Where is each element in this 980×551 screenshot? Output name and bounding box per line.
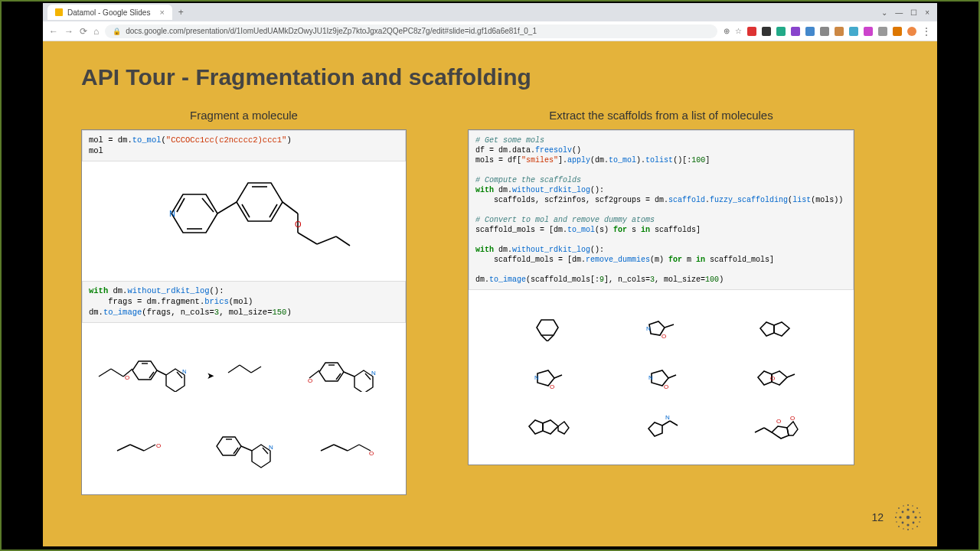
scaffold-8: N — [606, 403, 717, 449]
svg-text:O: O — [790, 415, 795, 422]
left-panel: mol = dm.to_mol("CCCOCc1cc(c2ncccc2)ccc1… — [81, 129, 407, 495]
browser-tab[interactable]: Datamol - Google Slides × — [47, 5, 172, 20]
svg-line-33 — [336, 373, 341, 380]
svg-point-93 — [913, 511, 915, 514]
ext-icon-7[interactable] — [835, 27, 844, 36]
svg-text:N: N — [169, 209, 175, 218]
ext-icon-1[interactable] — [747, 27, 756, 36]
extension-icons: ⊕ ☆ ⋮ — [724, 26, 931, 37]
ext-icon-10[interactable] — [878, 27, 887, 36]
slide-title: API Tour - Fragmentation and scaffolding — [81, 64, 899, 90]
svg-point-101 — [916, 507, 918, 509]
svg-point-94 — [902, 522, 904, 524]
svg-marker-77 — [648, 422, 662, 436]
svg-text:O: O — [156, 442, 161, 449]
tab-bar: Datamol - Google Slides × + ⌄ — ☐ × — [43, 3, 937, 21]
ext-icon-5[interactable] — [805, 27, 815, 36]
svg-marker-11 — [172, 194, 217, 233]
svg-point-111 — [919, 521, 920, 523]
svg-line-16 — [99, 369, 111, 377]
scaffold-7 — [492, 403, 603, 449]
ext-icon-9[interactable] — [864, 27, 873, 36]
maximize-icon[interactable]: ☐ — [910, 8, 917, 17]
datamol-logo — [893, 502, 923, 533]
fragment-1: ON — [90, 331, 191, 407]
home-button[interactable]: ⌂ — [93, 26, 99, 37]
right-column: Extract the scaffolds from a list of mol… — [468, 109, 854, 495]
svg-point-87 — [906, 516, 910, 519]
svg-line-6 — [298, 233, 317, 244]
search-icon[interactable]: ⊕ — [724, 27, 730, 35]
fragment-grid: ON ON O N — [82, 323, 406, 494]
svg-point-98 — [895, 517, 897, 518]
ext-icon-2[interactable] — [762, 27, 771, 36]
svg-marker-47 — [252, 445, 270, 468]
svg-line-34 — [344, 372, 354, 377]
svg-line-7 — [317, 236, 336, 244]
svg-line-39 — [117, 445, 130, 451]
close-icon[interactable]: × — [159, 8, 164, 17]
svg-text:O: O — [295, 220, 302, 229]
ext-icon-6[interactable] — [820, 27, 829, 36]
svg-line-8 — [336, 236, 350, 246]
svg-line-41 — [144, 445, 155, 451]
page-number: 12 — [871, 511, 884, 523]
svg-marker-84 — [787, 422, 798, 435]
svg-point-109 — [896, 521, 897, 523]
new-tab-button[interactable]: + — [178, 7, 184, 18]
svg-marker-76 — [558, 422, 569, 434]
star-icon[interactable]: ☆ — [735, 27, 742, 35]
reload-button[interactable]: ⟳ — [80, 26, 87, 37]
svg-text:O: O — [662, 333, 666, 340]
svg-point-105 — [912, 505, 913, 507]
minimize-icon[interactable]: — — [895, 8, 903, 17]
ext-icon-8[interactable] — [849, 27, 858, 36]
browser-window: Datamol - Google Slides × + ⌄ — ☐ × ← → … — [43, 3, 937, 546]
code-block-1: mol = dm.to_mol("CCCOCc1cc(c2ncccc2)ccc1… — [82, 130, 406, 161]
right-heading: Extract the scaffolds from a list of mol… — [468, 109, 854, 122]
svg-line-2 — [270, 204, 277, 217]
fragment-2 — [194, 331, 295, 407]
svg-text:N: N — [182, 368, 186, 375]
close-window-icon[interactable]: × — [925, 8, 929, 17]
svg-line-46 — [241, 446, 252, 451]
svg-text:O: O — [369, 450, 374, 457]
svg-point-110 — [919, 512, 920, 514]
forward-button[interactable]: → — [64, 26, 74, 37]
lock-icon: 🔒 — [113, 28, 121, 35]
url-input[interactable]: 🔒 docs.google.com/presentation/d/1IomUed… — [105, 24, 717, 38]
svg-point-97 — [907, 529, 909, 530]
ext-icon-12[interactable] — [907, 27, 916, 36]
scaffold-grid: NO NO NO O N OO — [469, 290, 854, 465]
fragment-3: ON — [297, 331, 398, 407]
ext-icon-4[interactable] — [791, 27, 800, 36]
svg-point-91 — [914, 516, 916, 518]
svg-line-63 — [554, 375, 562, 378]
scaffold-5: NO — [606, 354, 717, 400]
address-bar: ← → ⟳ ⌂ 🔒 docs.google.com/presentation/d… — [43, 21, 937, 41]
svg-line-27 — [228, 365, 240, 373]
code-block-2: with dm.without_rdkit_log(): frags = dm.… — [82, 281, 406, 323]
fragment-5: N — [194, 410, 295, 487]
svg-line-28 — [240, 365, 251, 373]
svg-marker-61 — [774, 322, 789, 336]
ext-icon-11[interactable] — [893, 27, 902, 36]
chevron-down-icon[interactable]: ⌄ — [881, 8, 887, 17]
svg-marker-35 — [354, 370, 373, 392]
back-button[interactable]: ← — [49, 26, 58, 37]
svg-text:O: O — [308, 377, 312, 384]
fragment-4: O — [90, 410, 191, 487]
slides-favicon — [55, 8, 63, 16]
svg-text:O: O — [550, 383, 554, 389]
code-block-3: # Get some mols df = dm.data.freesolv() … — [469, 130, 854, 290]
svg-point-92 — [902, 511, 904, 514]
ext-icon-3[interactable] — [776, 27, 786, 36]
fragment-6: O — [297, 410, 398, 487]
svg-point-100 — [898, 507, 900, 509]
slide-canvas[interactable]: API Tour - Fragmentation and scaffolding… — [43, 41, 937, 546]
svg-text:N: N — [648, 374, 653, 381]
content-columns: Fragment a molecule mol = dm.to_mol("CCC… — [81, 109, 899, 495]
svg-marker-83 — [772, 426, 789, 439]
svg-line-57 — [665, 324, 674, 328]
menu-icon[interactable]: ⋮ — [922, 26, 931, 37]
